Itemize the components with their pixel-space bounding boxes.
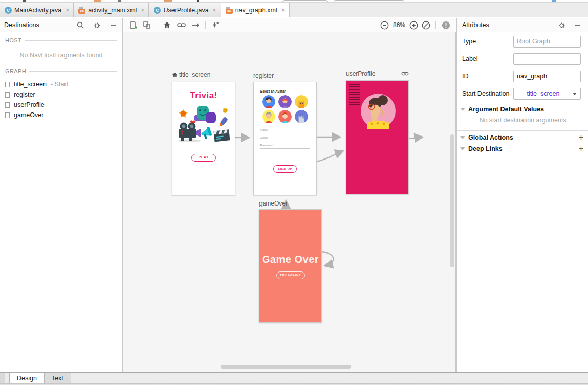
node-label-title-screen[interactable]: title_screen [172,71,210,78]
close-icon[interactable]: × [66,7,69,13]
collapse-triangle-icon [460,108,465,111]
avatar-gray-hair [262,110,275,123]
destination-name: gameOver [14,111,43,119]
start-destination-row: Start Destination title_screen [457,87,588,100]
destination-name: register [14,91,35,98]
start-destination-dropdown[interactable]: title_screen [513,88,581,100]
field-label: Password [260,144,310,147]
fragment-icon [5,92,10,98]
graph-section-header: GRAPH [0,66,122,76]
zoom-to-fit-icon[interactable] [421,20,431,30]
node-title-screen[interactable]: Trivia! P [172,82,235,195]
deeplink-badge-icon [401,71,409,76]
fragment-icon [5,82,10,87]
action-to-userprofile-lower [317,151,343,162]
tab-label: MainActivity.java [14,7,61,14]
top-toolbar-sliver [0,0,588,3]
tryagain-button-preview: TRY AGAIN? [276,271,305,279]
home-icon[interactable] [162,20,172,30]
close-icon[interactable]: × [281,7,285,13]
tab-userprofile-java[interactable]: C UserProfile.java × [149,3,221,17]
attributes-panel: Type Label ID Start Destination title_sc… [456,32,588,373]
gameover-title: Game Over [262,254,319,265]
destination-name: title_screen [14,81,47,88]
type-label: Type [462,38,476,45]
avatar-gray-cat [295,110,308,123]
nav-graph-canvas[interactable]: title_screen Trivia! [123,32,456,372]
tab-nav-graph-xml[interactable]: <> nav_graph.xml × [221,3,290,17]
section-divider [457,143,588,143]
add-deep-link-button[interactable]: + [579,145,583,153]
trivia-illustration [176,104,231,143]
destination-item-title-screen[interactable]: title_screen - Start [0,79,122,89]
destinations-title: Destinations [4,21,39,29]
zoom-in-icon[interactable] [408,20,419,30]
type-field[interactable] [513,36,581,48]
label-field[interactable] [513,53,581,65]
toolbar-sliver-mark [94,0,101,3]
userprofile-preview [346,81,408,194]
fragment-icon [5,102,10,108]
section-rule [25,40,117,41]
close-icon[interactable]: × [141,7,144,13]
bottom-corner-block [0,373,5,383]
node-gameover[interactable]: Game Over TRY AGAIN? [259,209,322,323]
destination-item-userprofile[interactable]: userProfile [0,100,122,110]
minimize-icon[interactable] [573,20,583,30]
node-label-gameover[interactable]: gameOver [259,200,288,207]
tab-mainactivity-java[interactable]: C MainActivity.java × [0,3,74,17]
java-class-icon: C [154,7,161,14]
gear-icon[interactable] [556,20,567,30]
graph-section-label: GRAPH [5,68,26,74]
field-label: Email [260,136,310,139]
java-class-icon: C [5,7,12,14]
node-label-userprofile[interactable]: userProfile [346,70,409,77]
userprofile-avatar [360,93,396,129]
type-row: Type [457,35,588,48]
node-userprofile[interactable] [346,80,409,194]
close-icon[interactable]: × [213,7,216,13]
arguments-section-header[interactable]: Argument Default Values [457,104,588,115]
issues-icon[interactable] [441,20,451,30]
node-label-register[interactable]: register [253,72,274,79]
deep-link-icon[interactable] [176,20,186,30]
destinations-panel-header: Destinations [0,18,123,32]
toolbar-separator [205,21,206,29]
android-xml-icon: <> [226,7,233,14]
canvas-horizontal-scrollbar[interactable] [221,365,351,369]
trivia-title: Trivia! [172,90,235,101]
toolbar-sliver-mark [118,0,121,3]
editor-mode-bar: Design Text [0,372,588,383]
minimize-icon[interactable] [108,20,118,30]
search-icon[interactable] [75,20,85,30]
tab-label: UserProfile.java [163,7,208,14]
action-arrow-icon[interactable] [190,20,201,30]
add-global-action-button[interactable]: + [579,133,583,142]
node-label-text: userProfile [346,70,375,77]
tab-activity-main-xml[interactable]: <> activity_main.xml × [74,3,149,17]
zoom-out-icon[interactable] [380,20,390,30]
gameover-preview: Game Over TRY AGAIN? [259,210,321,322]
password-field-preview: Password [260,144,310,149]
deep-links-title: Deep Links [468,145,503,152]
avatar-boy-red [278,110,292,123]
nested-graph-icon[interactable] [142,20,152,30]
destination-item-gameover[interactable]: gameOver [0,110,122,120]
register-fields: Name Email Password [260,128,310,149]
canvas-vertical-scrollbar[interactable] [450,134,454,267]
destination-item-register[interactable]: register [0,89,122,100]
deep-links-section-header[interactable]: Deep Links + [457,144,588,154]
id-field[interactable] [513,71,581,82]
node-register[interactable]: Select an Avatar [253,82,317,195]
play-button-preview: PLAY [191,154,216,162]
signup-button-preview: SIGN UP [273,165,297,173]
node-label-text: title_screen [179,71,210,78]
id-row: ID [457,70,588,82]
gear-icon[interactable] [92,20,102,30]
auto-arrange-icon[interactable] [210,20,221,30]
action-gameover-self-loop [322,252,334,266]
text-tab[interactable]: Text [45,373,71,383]
design-tab[interactable]: Design [9,373,45,383]
new-destination-icon[interactable] [128,20,139,30]
global-actions-section-header[interactable]: Global Actions + [457,132,588,143]
